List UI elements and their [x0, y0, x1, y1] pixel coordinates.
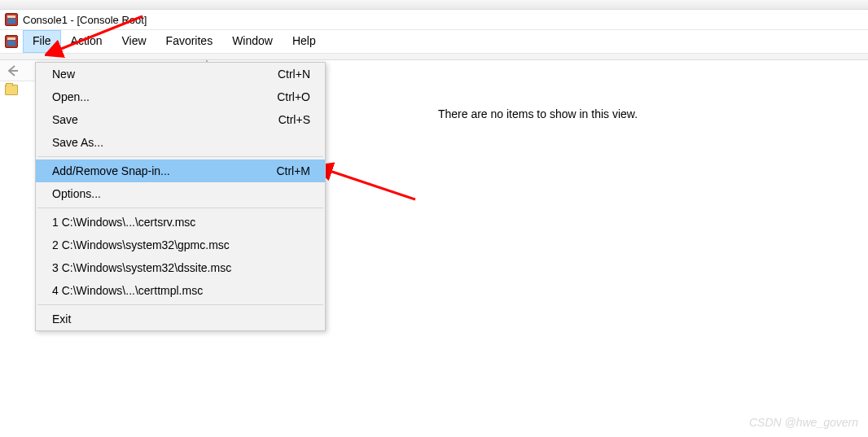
- menu-separator: [37, 304, 323, 305]
- menu-separator: [37, 156, 323, 157]
- menuitem-label: Save: [52, 113, 78, 126]
- menuitem-label: Save As...: [52, 136, 103, 149]
- empty-message: There are no items to show in this view.: [438, 107, 638, 120]
- menuitem-label: Add/Remove Snap-in...: [52, 164, 170, 177]
- menuitem-shortcut: Ctrl+O: [277, 90, 310, 103]
- menuitem-label: Exit: [52, 312, 71, 326]
- menuitem-label: 2 C:\Windows\system32\gpmc.msc: [52, 238, 230, 251]
- menuitem-3-c-windows-system32-dssite-msc[interactable]: 3 C:\Windows\system32\dssite.msc: [36, 256, 325, 279]
- menuitem-2-c-windows-system32-gpmc-msc[interactable]: 2 C:\Windows\system32\gpmc.msc: [36, 234, 325, 256]
- toolbar-separator: [0, 54, 868, 60]
- watermark: CSDN @hwe_govern: [749, 416, 858, 429]
- menu-window[interactable]: Window: [222, 30, 283, 53]
- menuitem-save-as[interactable]: Save As...: [36, 131, 325, 154]
- back-icon[interactable]: [5, 63, 20, 78]
- menuitem-label: Options...: [52, 187, 101, 200]
- menuitem-label: 4 C:\Windows\...\certtmpl.msc: [52, 284, 203, 297]
- menuitem-4-c-windows-certtmpl-msc[interactable]: 4 C:\Windows\...\certtmpl.msc: [36, 279, 325, 302]
- title-bar: Console1 - [Console Root]: [0, 10, 868, 29]
- menuitem-options[interactable]: Options...: [36, 182, 325, 205]
- file-menu-dropdown: NewCtrl+NOpen...Ctrl+OSaveCtrl+SSave As.…: [35, 62, 326, 331]
- menuitem-add-remove-snap-in[interactable]: Add/Remove Snap-in...Ctrl+M: [36, 160, 325, 182]
- menuitem-1-c-windows-certsrv-msc[interactable]: 1 C:\Windows\...\certsrv.msc: [36, 211, 325, 234]
- quick-toolbar: [0, 0, 868, 10]
- menuitem-label: 3 C:\Windows\system32\dssite.msc: [52, 261, 231, 274]
- menu-action[interactable]: Action: [61, 30, 112, 53]
- menuitem-shortcut: Ctrl+N: [278, 68, 310, 81]
- menuitem-shortcut: Ctrl+M: [276, 164, 310, 177]
- menuitem-exit[interactable]: Exit: [36, 308, 325, 330]
- menuitem-open[interactable]: Open...Ctrl+O: [36, 85, 325, 108]
- menu-favorites[interactable]: Favorites: [156, 30, 223, 53]
- menuitem-save[interactable]: SaveCtrl+S: [36, 108, 325, 131]
- menuitem-label: 1 C:\Windows\...\certsrv.msc: [52, 216, 195, 229]
- folder-icon: [5, 85, 18, 95]
- window-title: Console1 - [Console Root]: [23, 14, 147, 26]
- menu-file[interactable]: File: [23, 30, 61, 53]
- menu-bar: FileActionViewFavoritesWindowHelp: [0, 29, 868, 54]
- menuitem-label: Open...: [52, 90, 90, 103]
- menuitem-new[interactable]: NewCtrl+N: [36, 63, 325, 85]
- menu-separator: [37, 208, 323, 208]
- menuitem-label: New: [52, 68, 75, 81]
- menu-help[interactable]: Help: [283, 30, 326, 53]
- mmc-icon: [5, 13, 18, 26]
- mmc-icon-small: [5, 35, 18, 48]
- menu-view[interactable]: View: [112, 30, 156, 53]
- menuitem-shortcut: Ctrl+S: [278, 113, 310, 126]
